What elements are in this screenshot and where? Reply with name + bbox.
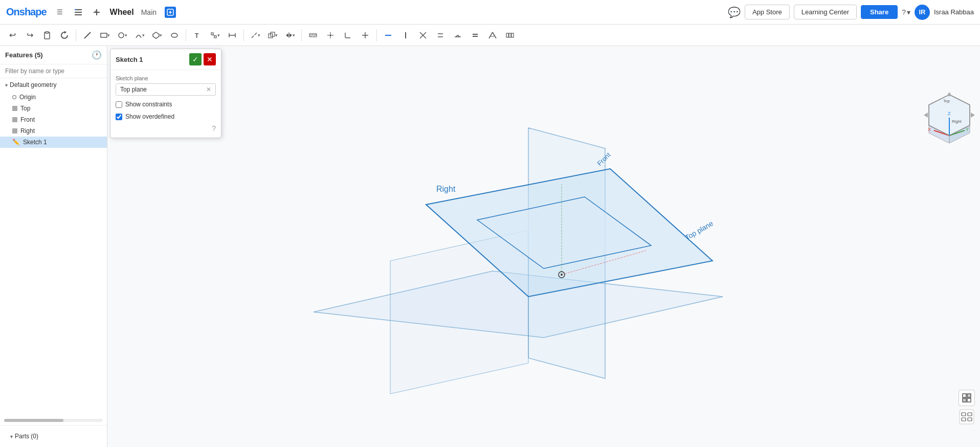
svg-text:T: T (195, 32, 199, 39)
sidebar-item-label: Front (20, 116, 35, 123)
mirror-tool-button[interactable]: ▾ (282, 27, 298, 43)
history-button[interactable]: 🕐 (92, 50, 102, 60)
help-icon[interactable]: ? (212, 124, 216, 132)
constraint-midpoint-button[interactable] (484, 27, 501, 43)
svg-line-20 (212, 35, 215, 36)
3d-viewport[interactable]: Right Top plane Front X (107, 46, 980, 447)
list-button[interactable] (71, 5, 85, 19)
svg-rect-11 (46, 32, 49, 33)
redo-button[interactable]: ↪ (21, 27, 38, 43)
undo-button[interactable]: ↩ (4, 27, 20, 43)
ellipse-tool-button[interactable] (166, 27, 183, 43)
orientation-cube[interactable]: X Y Z Top Right (924, 92, 965, 133)
sidebar-item-top[interactable]: Top (0, 103, 107, 114)
feature-filter-input[interactable] (0, 64, 107, 78)
workspace-icon[interactable] (165, 7, 176, 18)
rectangle-tool-button[interactable]: ▾ (97, 27, 113, 43)
sidebar-item-right[interactable]: Right (0, 125, 107, 137)
constraint-parallel-button[interactable] (432, 27, 449, 43)
svg-line-12 (84, 32, 91, 38)
menu-button[interactable]: ☰ (53, 5, 67, 19)
learning-center-button[interactable]: Learning Center (794, 5, 857, 19)
svg-rect-56 (509, 33, 511, 37)
add-feature-button[interactable] (90, 5, 104, 19)
svg-rect-86 (967, 394, 971, 397)
features-label: Features (5) (5, 51, 43, 59)
measure-tool-button[interactable] (305, 27, 321, 43)
svg-rect-3 (75, 9, 76, 10)
display-options-button[interactable] (959, 390, 975, 406)
dimension-tool-button[interactable] (224, 27, 240, 43)
svg-marker-30 (289, 33, 292, 37)
toolbar-separator-4 (301, 29, 302, 41)
svg-rect-2 (75, 14, 82, 15)
svg-marker-82 (947, 92, 952, 96)
sketch-panel-title: Sketch 1 (116, 56, 143, 63)
sketch-help: ? (116, 124, 216, 132)
sketch-plane-value: Top plane (120, 86, 147, 93)
show-overdefined-checkbox[interactable] (116, 114, 122, 120)
parts-label[interactable]: ▾ Parts (0) (5, 430, 102, 443)
collapse-arrow-icon: ▾ (5, 82, 8, 88)
constraint-perpendicular-button[interactable] (415, 27, 431, 43)
svg-point-16 (171, 33, 177, 37)
sketch-plane-select[interactable]: Top plane ✕ (116, 83, 216, 96)
sketch-plane-clear-icon[interactable]: ✕ (206, 86, 211, 93)
constraint-vertical-button[interactable] (397, 27, 414, 43)
sidebar-item-sketch1[interactable]: ✏️ Sketch 1 (0, 137, 107, 148)
parts-section: ▾ Parts (0) (0, 425, 107, 447)
sketch-panel-actions: ✓ ✕ (189, 53, 216, 65)
svg-line-25 (254, 35, 256, 37)
refresh-button[interactable] (56, 27, 73, 43)
help-button[interactable]: ? ▾ (902, 8, 910, 16)
pattern-linear-button[interactable] (502, 27, 518, 43)
sidebar-item-front[interactable]: Front (0, 114, 107, 125)
share-button[interactable]: Share (861, 5, 898, 19)
constraint-coincident-button[interactable] (357, 27, 373, 43)
sketch-cancel-button[interactable]: ✕ (204, 53, 216, 65)
user-avatar[interactable]: IR (915, 5, 930, 20)
svg-line-52 (489, 32, 493, 38)
show-constraints-row: Show constraints (116, 101, 216, 108)
svg-marker-15 (153, 32, 159, 38)
line-tool-button[interactable] (79, 27, 96, 43)
sketch-fillet-button[interactable] (340, 27, 356, 43)
show-overdefined-label: Show overdefined (125, 113, 174, 120)
svg-text:Y: Y (966, 127, 969, 132)
transform-tool-button[interactable]: ▾ (207, 27, 223, 43)
constraint-equal-button[interactable] (467, 27, 483, 43)
clipboard-button[interactable] (39, 27, 55, 43)
polygon-tool-button[interactable]: ▾ (149, 27, 165, 43)
constraint-tangent-button[interactable] (450, 27, 466, 43)
sidebar-scrollbar[interactable] (4, 419, 103, 422)
chat-icon[interactable]: 💬 (728, 6, 741, 18)
point-tool-button[interactable] (322, 27, 339, 43)
svg-rect-57 (511, 33, 514, 37)
show-constraints-checkbox[interactable] (116, 101, 122, 108)
circle-tool-button[interactable]: ▾ (114, 27, 130, 43)
trim-tool-button[interactable]: ▾ (247, 27, 263, 43)
user-name: Israa Rabbaa (934, 8, 974, 16)
toolbar-separator-2 (186, 29, 186, 41)
toolbar-separator-1 (76, 29, 76, 41)
boolean-tool-button[interactable]: ▾ (264, 27, 281, 43)
sketch-plane-label: Sketch plane (116, 75, 216, 81)
collapse-parts-icon: ▾ (10, 434, 13, 439)
svg-text:Z: Z (948, 111, 951, 116)
sketch-toolbar: ↩ ↪ ▾ ▾ ▾ ▾ T ▾ (0, 25, 980, 46)
constraint-horizontal-button[interactable] (380, 27, 396, 43)
sidebar-header: Features (5) 🕐 (0, 46, 107, 64)
plane-icon (12, 106, 17, 111)
expand-panel-button[interactable] (959, 409, 975, 427)
svg-marker-83 (971, 113, 975, 118)
onshape-logo[interactable]: Onshape (6, 6, 47, 18)
default-geometry-section[interactable]: ▾ Default geometry (0, 78, 107, 92)
text-tool-button[interactable]: T (189, 27, 206, 43)
arc-tool-button[interactable]: ▾ (131, 27, 148, 43)
sketch-ok-button[interactable]: ✓ (189, 53, 202, 65)
sidebar-item-label: Right (20, 127, 35, 135)
sidebar-item-origin[interactable]: Origin (0, 92, 107, 103)
svg-text:X: X (928, 127, 931, 132)
app-store-button[interactable]: App Store (745, 5, 790, 19)
svg-rect-88 (967, 398, 971, 402)
